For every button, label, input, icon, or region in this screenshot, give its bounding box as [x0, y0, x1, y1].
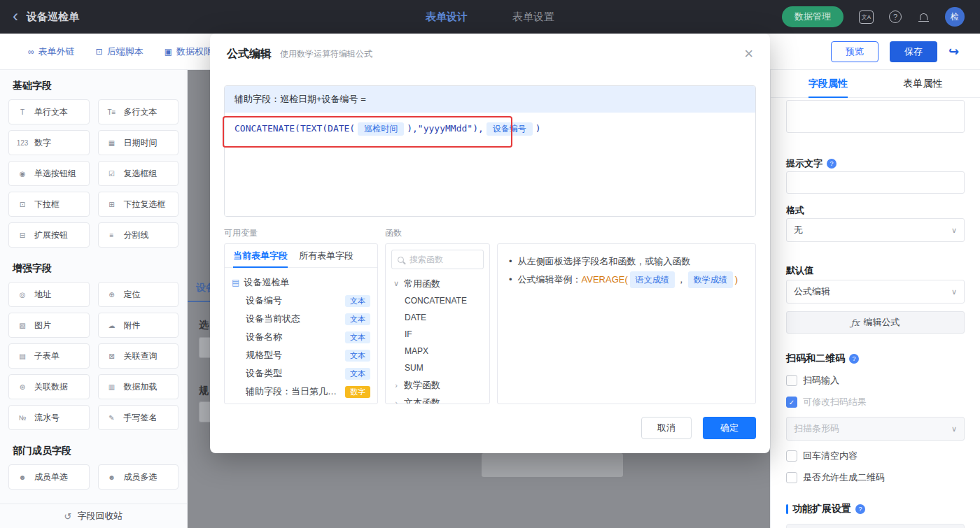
field-extend-button[interactable]: ⊟扩展按钮	[8, 222, 90, 248]
checkbox-modifiable-scan-result[interactable]: ✓可修改扫码结果	[786, 396, 965, 408]
avatar[interactable]: 检	[945, 7, 965, 27]
field-data-load[interactable]: ▥数据加载	[98, 374, 179, 399]
variables-panel-label: 可用变量	[224, 227, 385, 239]
help-icon[interactable]: ?	[849, 354, 859, 364]
backend-script-link[interactable]: ⊡后端脚本	[96, 45, 144, 58]
scan-options-group-2: 回车清空内容是否允许生成二维码	[786, 450, 965, 484]
variable-item[interactable]: 设备类型文本	[232, 364, 370, 383]
back-icon[interactable]: ‹	[13, 8, 18, 24]
form-external-link-link[interactable]: ∞表单外链	[28, 45, 75, 58]
chevron-right-icon: ›	[393, 399, 400, 405]
field-title-input[interactable]	[786, 100, 965, 133]
field-radio-group[interactable]: ◉单选按钮组	[8, 161, 90, 186]
confirm-button[interactable]: 确定	[703, 417, 756, 439]
toolbar-links: ∞表单外链⊡后端脚本▣数据权限	[0, 45, 213, 58]
bell-icon[interactable]	[917, 10, 930, 23]
checkbox-clear-on-enter[interactable]: 回车清空内容	[786, 450, 965, 462]
function-search-input[interactable]: 搜索函数	[391, 250, 484, 269]
variable-item[interactable]: 设备名称文本	[232, 328, 370, 346]
field-number[interactable]: 123数字	[8, 130, 90, 155]
field-signature[interactable]: ✎手写签名	[98, 405, 179, 430]
add-action-button[interactable]: 添加操作	[786, 524, 965, 528]
field-image[interactable]: ▧图片	[8, 313, 90, 338]
recycle-label: 字段回收站	[77, 510, 122, 522]
field-label: 下拉框	[34, 199, 59, 211]
field-recycle-bin[interactable]: ↺ 字段回收站	[0, 504, 187, 528]
field-token[interactable]: 数学成绩	[688, 271, 733, 288]
hint-text-input[interactable]	[786, 171, 965, 194]
preview-button[interactable]: 预览	[831, 41, 878, 62]
save-button[interactable]: 保存	[890, 41, 937, 62]
field-member-single[interactable]: ☻成员单选	[8, 464, 90, 490]
formula-editor-area[interactable]: CONCATENATE(TEXT(DATE(巡检时间),"yyyyMMdd"),…	[225, 113, 755, 216]
variable-item[interactable]: 设备编号文本	[232, 292, 370, 310]
topbar-tab-form-settings[interactable]: 表单设置	[512, 10, 554, 24]
field-related-query[interactable]: ⊠关联查询	[98, 343, 179, 369]
formula-code: ),	[407, 123, 418, 134]
variable-tree-root[interactable]: ▤ 设备巡检单	[232, 273, 370, 292]
properties-tabs: 字段属性 表单属性	[771, 70, 980, 98]
data-manage-button[interactable]: 数据管理	[782, 6, 844, 27]
field-multi-line-text[interactable]: T≡多行文本	[98, 99, 179, 124]
field-token[interactable]: 巡检时间	[358, 122, 404, 136]
help-icon[interactable]: ?	[827, 159, 836, 169]
field-location[interactable]: ⊕定位	[98, 282, 179, 307]
tab-field-properties[interactable]: 字段属性	[808, 70, 848, 97]
field-address[interactable]: ◎地址	[8, 282, 90, 307]
variables-panel: 当前表单字段 所有表单字段 ▤ 设备巡检单 设备编号文本设备当前状态文本设备名称…	[224, 243, 378, 404]
field-label: 日期时间	[124, 137, 158, 149]
field-datetime[interactable]: ▦日期时间	[98, 130, 179, 155]
function-item[interactable]: DATE	[386, 309, 489, 326]
field-subform[interactable]: ▤子表单	[8, 343, 90, 369]
topbar-tab-form-design[interactable]: 表单设计	[426, 10, 468, 24]
variable-item[interactable]: 辅助字段：当日第几次...数字	[232, 383, 370, 401]
data-permission-link[interactable]: ▣数据权限	[164, 45, 213, 58]
field-checkbox-group[interactable]: ☑复选框组	[98, 161, 179, 186]
field-token[interactable]: 语文成绩	[630, 271, 675, 288]
cancel-button[interactable]: 取消	[641, 417, 692, 439]
function-group[interactable]: ∨常用函数	[386, 275, 489, 292]
formula-code: "yyyyMMdd"	[418, 123, 472, 134]
variables-list: 设备编号文本设备当前状态文本设备名称文本规格型号文本设备类型文本辅助字段：当日第…	[232, 292, 370, 401]
location-icon: ⊕	[104, 291, 120, 299]
data-load-icon: ▥	[104, 383, 120, 391]
field-dropdown[interactable]: ⊡下拉框	[8, 192, 90, 217]
close-icon[interactable]: ×	[744, 46, 753, 62]
variable-name: 辅助字段：当日第几次...	[246, 385, 341, 398]
field-single-line-text[interactable]: T单行文本	[8, 99, 90, 124]
variable-item[interactable]: 设备当前状态文本	[232, 310, 370, 328]
field-dropdown-multi[interactable]: ⊞下拉复选框	[98, 192, 179, 217]
function-group[interactable]: ›文本函数	[386, 394, 489, 404]
checkbox-scan-input[interactable]: 扫码输入	[786, 374, 965, 387]
field-label: 关联查询	[124, 350, 158, 362]
share-icon[interactable]: ↪	[948, 44, 959, 59]
default-value-select[interactable]: 公式编辑 ∨	[786, 280, 965, 304]
help-icon[interactable]: ?	[889, 10, 902, 23]
function-item[interactable]: IF	[386, 326, 489, 343]
field-token[interactable]: 设备编号	[486, 122, 533, 136]
help-icon[interactable]: ?	[855, 504, 865, 514]
checkbox-allow-qr-generation[interactable]: 是否允许生成二维码	[786, 471, 965, 484]
field-attachment[interactable]: ☁附件	[98, 313, 179, 338]
function-item[interactable]: CONCATENATE	[386, 292, 489, 309]
field-related-data[interactable]: ⊛关联数据	[8, 374, 90, 399]
tip-line: •从左侧面板选择字段名和函数，或输入函数	[509, 252, 744, 271]
field-member-multi[interactable]: ☻成员多选	[98, 464, 179, 490]
scan-section-text: 扫码和二维码	[786, 352, 845, 365]
tab-all-form-fields[interactable]: 所有表单字段	[299, 244, 354, 267]
page-title: 设备巡检单	[27, 10, 79, 24]
field-divider[interactable]: ≡分割线	[98, 222, 179, 248]
format-select[interactable]: 无 ∨	[786, 218, 965, 242]
field-type-badge: 文本	[345, 350, 370, 362]
variable-item[interactable]: 规格型号文本	[232, 346, 370, 364]
edit-formula-button[interactable]: ƒx 编辑公式	[786, 311, 965, 334]
tab-form-properties[interactable]: 表单属性	[903, 70, 942, 97]
scan-type-select[interactable]: 扫描条形码 ∨	[786, 417, 965, 441]
function-item[interactable]: SUM	[386, 359, 489, 376]
translate-icon[interactable]: 文A	[859, 10, 874, 24]
field-serial-number[interactable]: №流水号	[8, 405, 90, 430]
function-item[interactable]: MAPX	[386, 343, 489, 359]
tab-current-form-fields[interactable]: 当前表单字段	[233, 244, 288, 267]
palette-section-title: 基础字段	[13, 79, 178, 92]
function-group[interactable]: ›数学函数	[386, 376, 489, 394]
